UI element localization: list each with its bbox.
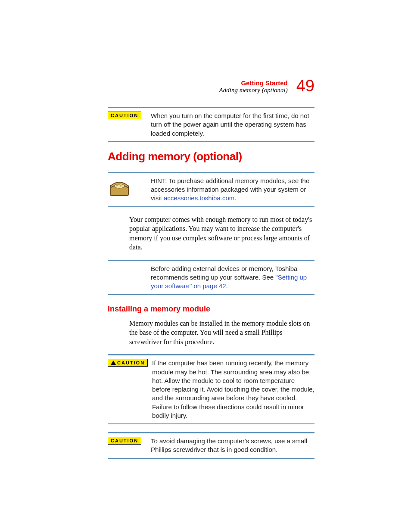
caution-badge-3: CAUTION <box>108 437 141 445</box>
caution-text-3: To avoid damaging the computer's screws,… <box>151 437 314 454</box>
hint-icon-col <box>108 177 146 200</box>
heading-2: Installing a memory module <box>108 305 314 314</box>
page-header: Getting Started Adding memory (optional)… <box>108 78 314 94</box>
note-callout: Before adding external devices or memory… <box>108 260 314 295</box>
header-text: Getting Started Adding memory (optional) <box>219 79 288 94</box>
hint-callout: HINT: To purchase additional memory modu… <box>108 172 314 207</box>
heading-1: Adding memory (optional) <box>108 150 314 163</box>
hint-suffix: . <box>234 194 236 202</box>
svg-point-3 <box>120 185 121 187</box>
note-suffix: . <box>226 282 228 289</box>
caution-text: When you turn on the computer for the fi… <box>151 112 314 138</box>
treasure-chest-icon <box>108 177 132 198</box>
section-title: Adding memory (optional) <box>219 87 288 94</box>
caution-callout-2: CAUTION If the computer has been running… <box>108 354 314 424</box>
body-paragraph-1: Your computer comes with enough memory t… <box>129 215 314 252</box>
caution-text-2: If the computer has been running recentl… <box>152 359 314 420</box>
caution-badge: CAUTION <box>108 112 141 119</box>
caution-label-3: CAUTION <box>108 437 146 445</box>
body-paragraph-2: Memory modules can be installed in the m… <box>129 319 314 347</box>
caution-label-2: CAUTION <box>108 359 148 367</box>
page-number: 49 <box>296 78 314 94</box>
caution-label-text-2: CAUTION <box>117 360 145 365</box>
chapter-title: Getting Started <box>219 79 288 87</box>
hint-link[interactable]: accessories.toshiba.com <box>164 194 234 202</box>
caution-label: CAUTION <box>108 112 146 119</box>
note-text: Before adding external devices or memory… <box>151 264 314 291</box>
caution-callout-1: CAUTION When you turn on the computer fo… <box>108 107 314 142</box>
hint-text: HINT: To purchase additional memory modu… <box>151 177 314 203</box>
page-content: Getting Started Adding memory (optional)… <box>108 78 314 467</box>
caution-callout-3: CAUTION To avoid damaging the computer's… <box>108 432 314 459</box>
caution-badge-warn: CAUTION <box>108 359 148 367</box>
warning-triangle-icon <box>111 361 116 365</box>
svg-point-2 <box>116 184 118 186</box>
svg-point-4 <box>118 184 120 185</box>
